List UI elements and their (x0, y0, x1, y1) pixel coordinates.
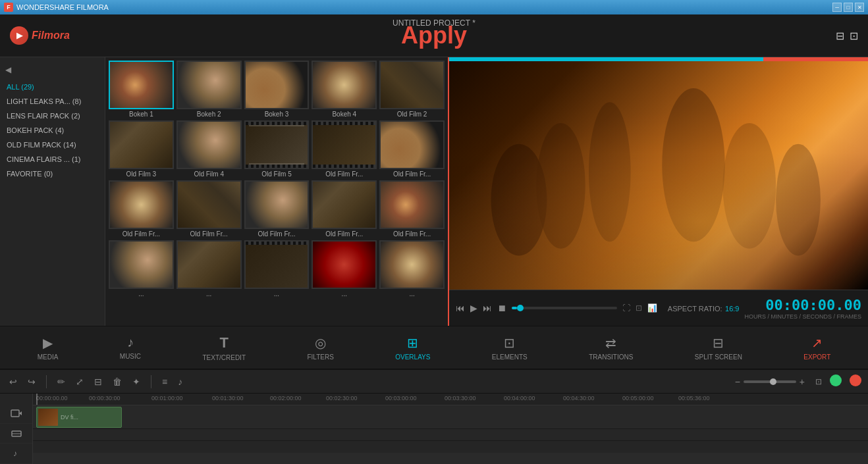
timeline-toolbar: ↩ ↪ ✏ ⤢ ⊟ 🗑 ✦ ≡ ♪ − + ⊡ (0, 370, 868, 394)
minimize-button[interactable]: ─ (832, 3, 842, 12)
filters-icon: ◎ (315, 335, 326, 351)
edit-button[interactable]: ✏ (55, 375, 68, 388)
video-clip[interactable]: DV fi... (36, 407, 122, 428)
audio-button[interactable]: 📊 (647, 303, 657, 313)
expand-button[interactable]: ⛶ (622, 303, 630, 313)
zoom-controls: − + (735, 376, 805, 387)
grid-item-oldfilm3[interactable]: Old Film 3 (109, 120, 174, 178)
toolbar-overlays[interactable]: ⊞ OVERLAYS (389, 332, 437, 363)
ruler-mark-3: 00:01:30:00 (212, 395, 244, 401)
ruler-mark-10: 00:05:00:00 (622, 395, 654, 401)
grid-item-oldfilmfr6[interactable]: Old Film Fr... (312, 180, 377, 238)
undo-button[interactable]: ↩ (7, 375, 20, 388)
text-label: TEXT/CREDIT (202, 354, 246, 361)
toolbar-music[interactable]: ♪ MUSIC (113, 332, 148, 363)
grid-item-row4d[interactable]: ... (312, 240, 377, 297)
separator-1 (46, 375, 47, 388)
zoom-out-button[interactable]: − (735, 376, 740, 387)
overlay-track (33, 429, 868, 441)
toolbar-transitions[interactable]: ⇄ TRANSITIONS (582, 332, 639, 363)
speed-button[interactable]: ≡ (159, 375, 170, 388)
sidebar-item-lens-flair[interactable]: LENS FLAIR PACK (2) (0, 109, 105, 123)
zoom-in-button[interactable]: + (800, 376, 805, 387)
crop-tl-button[interactable]: ⊟ (92, 375, 105, 388)
toolbar-export[interactable]: ↗ EXPORT (797, 332, 837, 363)
sidebar-collapse-icon[interactable]: ◀ (5, 65, 11, 74)
sidebar-item-all[interactable]: ALL (29) (0, 80, 105, 94)
crop-button[interactable]: ⊡ (636, 303, 642, 313)
grid-item-row4e[interactable]: ... (379, 240, 445, 297)
fullscreen-button[interactable]: ⊡ (850, 30, 858, 42)
video-track: DV fi... (33, 405, 868, 429)
snapshot-button[interactable] (850, 374, 861, 388)
timecode-display: 00:00:00.00 HOURS / MINUTES / SECONDS / … (744, 297, 861, 320)
grid-item-row4b[interactable]: ... (176, 240, 242, 297)
sidebar-item-light-leaks[interactable]: LIGHT LEAKS PA... (8) (0, 94, 105, 109)
record-button[interactable] (830, 374, 842, 388)
grid-item-oldfilm5[interactable]: Old Film 5 (244, 120, 310, 178)
svg-text:♪: ♪ (13, 449, 17, 458)
sidebar-item-cinema-flairs[interactable]: CINEMA FLAIRS ... (1) (0, 152, 105, 167)
clip-thumbnail (38, 409, 58, 426)
toolbar-filters[interactable]: ◎ FILTERS (300, 332, 340, 363)
filters-label: FILTERS (307, 353, 333, 361)
apply-button[interactable]: Apply (401, 22, 467, 49)
header-right: ⊟ ⊡ (836, 30, 858, 42)
progress-bar[interactable] (512, 307, 617, 309)
grid-item-oldfilm4[interactable]: Old Film 4 (176, 120, 242, 178)
left-panel: ◀ ALL (29) LIGHT LEAKS PA... (8) LENS FL… (0, 57, 448, 326)
toolbar-text[interactable]: T TEXT/CREDIT (196, 332, 252, 364)
sidebar-item-old-film[interactable]: OLD FILM PACK (14) (0, 138, 105, 152)
toolbar-media[interactable]: ▶ MEDIA (31, 332, 65, 363)
prev-button[interactable]: ⏮ (456, 303, 465, 313)
ruler-mark-5: 00:02:30:00 (326, 395, 358, 401)
header: ▶ Filmora Apply UNTITLED PROJECT * ⊟ ⊡ (0, 14, 868, 57)
next-button[interactable]: ⏭ (483, 303, 492, 313)
grid-item-bokeh3[interactable]: Bokeh 3 (244, 61, 310, 118)
ruler-mark-8: 00:04:00:00 (504, 395, 535, 401)
stop-button[interactable]: ⏹ (497, 303, 506, 313)
progress-fill (512, 307, 517, 309)
layout-button[interactable]: ⊟ (836, 30, 844, 42)
splitscreen-label: SPLIT SCREEN (695, 353, 742, 361)
maximize-button[interactable]: □ (844, 3, 853, 12)
delete-button[interactable]: 🗑 (110, 375, 124, 388)
grid-item-oldfilmfr5[interactable]: Old Film Fr... (244, 180, 310, 238)
main-toolbar: ▶ MEDIA ♪ MUSIC T TEXT/CREDIT ◎ FILTERS … (0, 326, 868, 369)
grid-item-oldfilmfr7[interactable]: Old Film Fr... (379, 180, 445, 238)
grid-item-bokeh1[interactable]: Bokeh 1 (109, 61, 174, 118)
close-button[interactable]: ✕ (855, 3, 864, 12)
grid-item-bokeh2[interactable]: Bokeh 2 (176, 61, 242, 118)
progress-handle[interactable] (517, 305, 524, 311)
fit-button[interactable]: ⊡ (815, 377, 822, 386)
grid-item-row4a[interactable]: ... (109, 240, 174, 297)
redo-button[interactable]: ↪ (25, 375, 38, 388)
ruler: 00:00:00.00 00:00:30:00 00:01:00:00 00:0… (33, 394, 868, 405)
music-label: MUSIC (120, 353, 141, 360)
grid-item-oldfilmfr1[interactable]: Old Film Fr... (312, 120, 377, 178)
sidebar-item-bokeh[interactable]: BOKEH PACK (4) (0, 123, 105, 138)
transitions-label: TRANSITIONS (589, 353, 633, 361)
grid-item-bokeh4[interactable]: Bokeh 4 (312, 61, 377, 118)
track-label-audio: ♪ (0, 444, 32, 464)
toolbar-elements[interactable]: ⊡ ELEMENTS (485, 332, 534, 363)
track-label-video (0, 403, 32, 424)
music-icon: ♪ (127, 335, 134, 350)
color-button[interactable]: ✦ (130, 375, 143, 388)
export-label: EXPORT (803, 353, 830, 361)
grid-item-oldfilm2[interactable]: Old Film 2 (379, 61, 445, 118)
grid-item-oldfilmfr2[interactable]: Old Film Fr... (379, 120, 445, 178)
sidebar-item-favorite[interactable]: FAVORITE (0) (0, 167, 105, 181)
zoom-slider[interactable] (744, 380, 796, 383)
clip-dashes (40, 427, 121, 428)
zoom-handle[interactable] (770, 378, 776, 385)
toolbar-splitscreen[interactable]: ⊟ SPLIT SCREEN (688, 332, 749, 363)
audio-tl-button[interactable]: ♪ (175, 375, 185, 388)
grid-item-oldfilmfr4[interactable]: Old Film Fr... (176, 180, 242, 238)
window-controls[interactable]: ─ □ ✕ (832, 3, 864, 12)
tracks: 00:00:00.00 00:00:30:00 00:01:00:00 00:0… (33, 394, 868, 464)
play-button[interactable]: ▶ (470, 303, 477, 313)
grid-item-oldfilmfr3[interactable]: Old Film Fr... (109, 180, 174, 238)
grid-item-row4c[interactable]: ... (244, 240, 310, 297)
split-button[interactable]: ⤢ (73, 375, 86, 388)
